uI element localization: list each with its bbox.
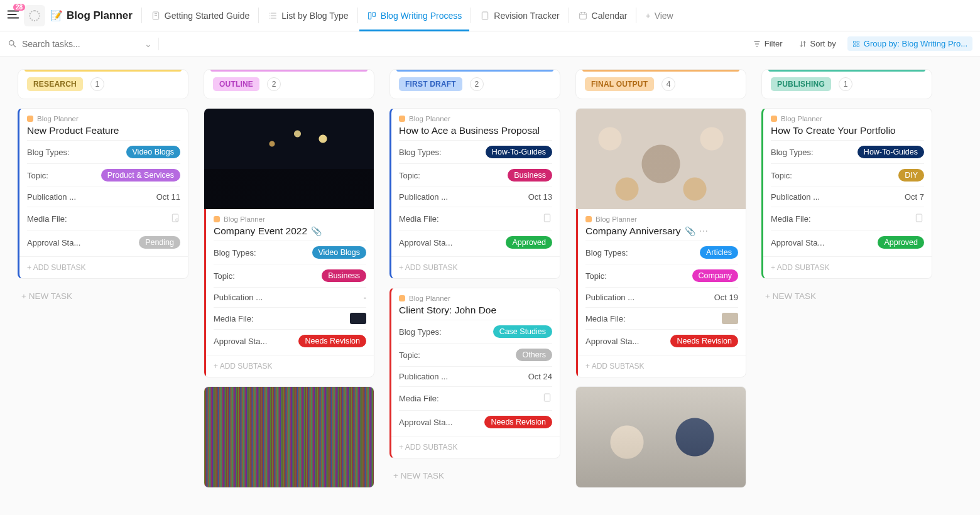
kanban-board: RESEARCH 1 Blog Planner New Product Feat… <box>0 57 980 515</box>
more-icon[interactable]: ⋯ <box>699 226 708 236</box>
approval-chip: Needs Revision <box>670 335 738 347</box>
tab-list-by-type[interactable]: List by Blog Type <box>260 0 356 31</box>
task-card[interactable] <box>575 386 746 488</box>
tab-label: Getting Started Guide <box>165 11 249 21</box>
svg-rect-13 <box>544 394 550 401</box>
task-card[interactable]: Blog Planner Company Anniversary📎⋯ Blog … <box>575 108 746 377</box>
task-card[interactable]: Blog Planner Company Event 2022📎 Blog Ty… <box>204 108 374 377</box>
add-subtask-button[interactable]: + ADD SUBTASK <box>206 355 374 377</box>
file-icon <box>914 212 924 225</box>
list-color-icon <box>214 216 220 222</box>
tab-calendar[interactable]: Calendar <box>570 0 635 31</box>
card-cover-image <box>204 109 374 209</box>
stage-pill: RESEARCH <box>27 77 83 91</box>
board-icon <box>367 11 377 21</box>
field-label: Approval Sta... <box>214 337 267 346</box>
add-view-button[interactable]: + View <box>638 0 680 31</box>
column-final-output: FINAL OUTPUT 4 Blog Planner Company Anni… <box>575 69 746 488</box>
field-label: Media File: <box>585 314 626 323</box>
topbar: 28 📝 Blog Planner Getting Started Guide … <box>0 0 980 31</box>
stage-pill: FINAL OUTPUT <box>585 77 654 91</box>
add-subtask-button[interactable]: + ADD SUBTASK <box>391 436 560 458</box>
column-header[interactable]: OUTLINE 2 <box>204 69 374 99</box>
task-card[interactable]: Blog Planner New Product Feature Blog Ty… <box>18 108 188 279</box>
filter-button[interactable]: Filter <box>748 36 788 51</box>
attachment-icon: 📎 <box>685 226 695 236</box>
approval-chip: Approved <box>878 236 924 249</box>
svg-rect-7 <box>857 41 859 43</box>
new-task-button[interactable]: + NEW TASK <box>761 288 932 305</box>
stage-pill: PUBLISHING <box>771 77 831 91</box>
sort-label: Sort by <box>810 39 836 48</box>
column-header[interactable]: RESEARCH 1 <box>18 69 188 99</box>
pub-date-value: - <box>364 293 366 302</box>
tab-getting-started[interactable]: Getting Started Guide <box>143 0 257 31</box>
column-first-draft: FIRST DRAFT 2 Blog Planner How to Ace a … <box>389 69 560 484</box>
field-label: Media File: <box>399 214 439 224</box>
field-label: Blog Types: <box>399 148 442 157</box>
add-subtask-button[interactable]: + ADD SUBTASK <box>578 355 746 377</box>
stage-pill: FIRST DRAFT <box>399 77 462 91</box>
card-breadcrumb: Blog Planner <box>585 215 738 223</box>
list-color-icon <box>771 116 777 122</box>
svg-point-11 <box>176 219 178 221</box>
list-color-icon <box>27 116 33 122</box>
column-publishing: PUBLISHING 1 Blog Planner How To Create … <box>761 69 932 305</box>
card-cover-image <box>204 387 374 487</box>
media-thumbnail <box>350 313 366 324</box>
card-title: Company Anniversary📎⋯ <box>585 225 738 237</box>
blog-type-chip: Video Blogs <box>312 246 367 259</box>
tab-revision-tracker[interactable]: Revision Tracker <box>472 0 567 31</box>
group-by-button[interactable]: Group by: Blog Writing Pro... <box>847 36 972 51</box>
menu-toggle[interactable]: 28 <box>6 8 20 23</box>
task-card[interactable] <box>204 386 374 488</box>
task-card[interactable]: Blog Planner How To Create Your Portfoli… <box>761 108 932 279</box>
media-thumbnail <box>722 313 738 324</box>
svg-rect-6 <box>853 41 856 43</box>
tab-writing-process[interactable]: Blog Writing Process <box>359 0 470 31</box>
search-input[interactable] <box>22 39 139 49</box>
card-title: How to Ace a Business Proposal <box>399 125 552 136</box>
filter-icon <box>753 40 761 48</box>
topic-chip: Business <box>508 169 552 182</box>
add-subtask-button[interactable]: + ADD SUBTASK <box>19 256 188 278</box>
blog-type-chip: How-To-Guides <box>858 146 924 158</box>
page-title: Blog Planner <box>67 9 133 22</box>
card-title: Company Event 2022📎 <box>214 225 366 237</box>
sort-icon <box>799 40 807 48</box>
add-subtask-button[interactable]: + ADD SUBTASK <box>391 256 560 278</box>
column-header[interactable]: FINAL OUTPUT 4 <box>575 69 746 99</box>
add-view-label: View <box>655 11 673 21</box>
blog-type-chip: Articles <box>700 246 738 259</box>
workspace-avatar[interactable] <box>24 5 45 26</box>
doc-pin-icon <box>151 11 161 21</box>
column-count: 2 <box>267 77 281 91</box>
field-label: Publication ... <box>27 192 76 202</box>
column-count: 1 <box>839 77 852 91</box>
sort-button[interactable]: Sort by <box>794 36 841 51</box>
new-task-button[interactable]: + NEW TASK <box>389 467 560 484</box>
svg-rect-8 <box>853 45 856 47</box>
task-card[interactable]: Blog Planner How to Ace a Business Propo… <box>389 108 560 279</box>
search-chevron-icon[interactable]: ⌄ <box>144 39 152 49</box>
file-icon <box>542 392 552 405</box>
field-label: Publication ... <box>214 293 263 302</box>
new-task-button[interactable]: + NEW TASK <box>18 288 188 305</box>
field-label: Approval Sta... <box>27 238 80 247</box>
pub-date-value: Oct 13 <box>528 192 552 202</box>
loading-icon <box>29 10 40 21</box>
field-label: Blog Types: <box>27 148 70 157</box>
column-header[interactable]: PUBLISHING 1 <box>761 69 932 99</box>
task-card[interactable]: Blog Planner Client Story: John Doe Blog… <box>389 288 560 458</box>
blog-type-chip: How-To-Guides <box>486 146 552 158</box>
tab-label: Calendar <box>592 11 628 21</box>
group-label: Group by: Blog Writing Pro... <box>864 39 967 48</box>
tab-label: List by Blog Type <box>281 11 348 21</box>
approval-chip: Needs Revision <box>484 416 552 428</box>
file-icon <box>170 212 180 225</box>
column-header[interactable]: FIRST DRAFT 2 <box>389 69 560 99</box>
field-label: Approval Sta... <box>399 238 452 247</box>
add-subtask-button[interactable]: + ADD SUBTASK <box>763 256 932 278</box>
approval-chip: Pending <box>139 236 180 249</box>
page-title-group[interactable]: 📝 Blog Planner <box>50 9 133 22</box>
